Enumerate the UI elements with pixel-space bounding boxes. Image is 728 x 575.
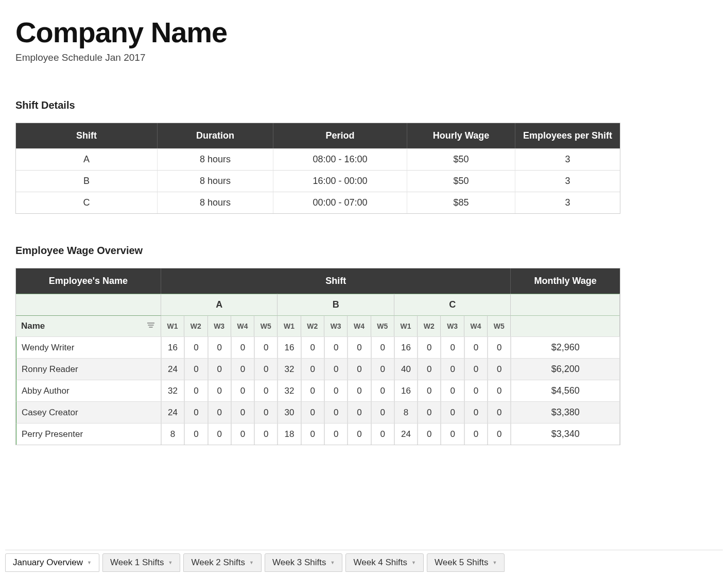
cell: 3 bbox=[515, 170, 620, 192]
cell: B bbox=[16, 170, 158, 192]
hours-cell: 0 bbox=[488, 380, 511, 401]
hours-cell: 16 bbox=[161, 336, 184, 358]
group-blank bbox=[16, 294, 161, 315]
chevron-down-icon[interactable]: ▼ bbox=[87, 560, 92, 565]
sheet-tab[interactable]: Week 5 Shifts▼ bbox=[427, 553, 505, 572]
hours-cell: 24 bbox=[161, 401, 184, 423]
hours-cell: 0 bbox=[231, 336, 254, 358]
hours-cell: 0 bbox=[441, 380, 464, 401]
hours-cell: 0 bbox=[371, 336, 394, 358]
employee-name-cell: Ronny Reader bbox=[16, 358, 161, 380]
hours-cell: 0 bbox=[231, 401, 254, 423]
hours-cell: 0 bbox=[324, 380, 348, 401]
hours-cell: 0 bbox=[208, 401, 231, 423]
hours-cell: 0 bbox=[208, 336, 231, 358]
hours-cell: 0 bbox=[254, 423, 278, 445]
col-period: Period bbox=[273, 123, 407, 148]
hours-cell: 0 bbox=[418, 423, 441, 445]
cell: 3 bbox=[515, 148, 620, 170]
filter-icon[interactable] bbox=[147, 322, 154, 330]
monthly-wage-cell: $3,340 bbox=[511, 423, 620, 445]
monthly-wage-cell: $6,200 bbox=[511, 358, 620, 380]
hours-cell: 0 bbox=[254, 336, 278, 358]
sheet-tab[interactable]: Week 3 Shifts▼ bbox=[265, 553, 343, 572]
page-subtitle: Employee Schedule Jan 2017 bbox=[15, 52, 713, 63]
wage-overview-table: Employee's Name Shift Monthly Wage A B C… bbox=[15, 268, 620, 445]
sheet-tab-label: January Overview bbox=[13, 557, 83, 568]
employee-name-cell: Casey Creator bbox=[16, 401, 161, 423]
hours-cell: 0 bbox=[441, 358, 464, 380]
hours-cell: 0 bbox=[348, 401, 371, 423]
cell: 16:00 - 00:00 bbox=[273, 170, 407, 192]
hours-cell: 32 bbox=[278, 358, 301, 380]
hours-cell: 0 bbox=[231, 380, 254, 401]
employee-name-cell: Perry Presenter bbox=[16, 423, 161, 445]
hours-cell: 0 bbox=[301, 336, 324, 358]
col-name-label: Name bbox=[21, 321, 45, 331]
hours-cell: 0 bbox=[488, 423, 511, 445]
hours-cell: 0 bbox=[184, 401, 207, 423]
sheet-tab-label: Week 5 Shifts bbox=[435, 557, 489, 568]
chevron-down-icon[interactable]: ▼ bbox=[411, 560, 416, 565]
col-name[interactable]: Name bbox=[16, 315, 161, 336]
chevron-down-icon[interactable]: ▼ bbox=[168, 560, 173, 565]
cell: $85 bbox=[407, 192, 515, 213]
cell: 00:00 - 07:00 bbox=[273, 192, 407, 213]
col-shift: Shift bbox=[16, 123, 158, 148]
cell: 8 hours bbox=[158, 170, 273, 192]
col-w3: W3 bbox=[208, 315, 231, 336]
employee-name-cell: Wendy Writer bbox=[16, 336, 161, 358]
employee-name-cell: Abby Author bbox=[16, 380, 161, 401]
hours-cell: 32 bbox=[278, 380, 301, 401]
hours-cell: 0 bbox=[231, 423, 254, 445]
hours-cell: 0 bbox=[464, 358, 488, 380]
sheet-tab[interactable]: Week 4 Shifts▼ bbox=[345, 553, 424, 572]
col-duration: Duration bbox=[158, 123, 273, 148]
hours-cell: 0 bbox=[464, 423, 488, 445]
hours-cell: 0 bbox=[324, 358, 348, 380]
cell: A bbox=[16, 148, 158, 170]
col-shift: Shift bbox=[161, 268, 511, 294]
shift-details-table: Shift Duration Period Hourly Wage Employ… bbox=[15, 123, 620, 214]
hours-cell: 0 bbox=[184, 358, 207, 380]
table-row: Casey Creator24000030000080000$3,380 bbox=[16, 401, 620, 423]
table-row: B 8 hours 16:00 - 00:00 $50 3 bbox=[16, 170, 620, 192]
monthly-wage-cell: $4,560 bbox=[511, 380, 620, 401]
col-w4: W4 bbox=[231, 315, 254, 336]
hours-cell: 0 bbox=[348, 423, 371, 445]
col-w4: W4 bbox=[464, 315, 488, 336]
col-w2: W2 bbox=[184, 315, 207, 336]
page-title: Company Name bbox=[15, 15, 713, 49]
col-w3: W3 bbox=[441, 315, 464, 336]
table-row: Abby Author320000320000160000$4,560 bbox=[16, 380, 620, 401]
hours-cell: 0 bbox=[301, 380, 324, 401]
shift-details-heading: Shift Details bbox=[15, 99, 713, 111]
wage-overview-heading: Employee Wage Overview bbox=[15, 245, 713, 257]
table-row: Ronny Reader240000320000400000$6,200 bbox=[16, 358, 620, 380]
chevron-down-icon[interactable]: ▼ bbox=[331, 560, 335, 565]
group-c: C bbox=[394, 294, 511, 315]
sheet-tabs-bar: January Overview▼Week 1 Shifts▼Week 2 Sh… bbox=[5, 550, 723, 572]
chevron-down-icon[interactable]: ▼ bbox=[493, 560, 497, 565]
table-row: Wendy Writer160000160000160000$2,960 bbox=[16, 336, 620, 358]
cell: $50 bbox=[407, 170, 515, 192]
col-hourly-wage: Hourly Wage bbox=[407, 123, 515, 148]
cell: 08:00 - 16:00 bbox=[273, 148, 407, 170]
hours-cell: 0 bbox=[371, 380, 394, 401]
sheet-tab[interactable]: January Overview▼ bbox=[5, 553, 99, 572]
hours-cell: 24 bbox=[161, 358, 184, 380]
sheet-tab[interactable]: Week 2 Shifts▼ bbox=[183, 553, 262, 572]
sheet-tab-label: Week 2 Shifts bbox=[191, 557, 245, 568]
hours-cell: 30 bbox=[278, 401, 301, 423]
col-w2: W2 bbox=[301, 315, 324, 336]
hours-cell: 16 bbox=[278, 336, 301, 358]
col-w4: W4 bbox=[348, 315, 371, 336]
col-w2: W2 bbox=[418, 315, 441, 336]
hours-cell: 0 bbox=[348, 336, 371, 358]
table-row: A 8 hours 08:00 - 16:00 $50 3 bbox=[16, 148, 620, 170]
hours-cell: 0 bbox=[254, 358, 278, 380]
sheet-tab[interactable]: Week 1 Shifts▼ bbox=[102, 553, 181, 572]
col-employees-per-shift: Employees per Shift bbox=[515, 123, 620, 148]
hours-cell: 0 bbox=[441, 401, 464, 423]
chevron-down-icon[interactable]: ▼ bbox=[249, 560, 254, 565]
